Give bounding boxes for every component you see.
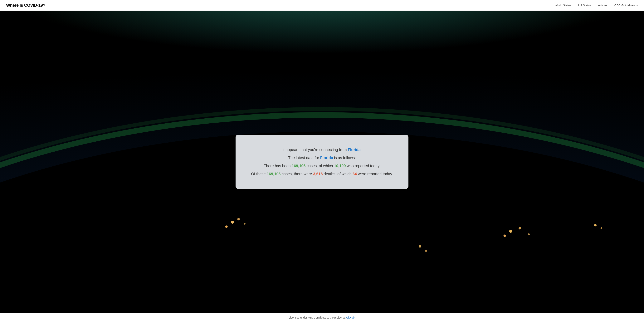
site-header: Where is COVID-19? World Status US Statu… [0, 0, 644, 11]
nav-articles[interactable]: Articles [598, 4, 608, 7]
state-name-2: Florida [320, 156, 333, 160]
card-line-2: The latest data for Florida is as follow… [251, 154, 393, 161]
svg-point-20 [225, 225, 228, 228]
total-deaths: 3,618 [313, 172, 322, 176]
info-card: It appears that you're connecting from F… [236, 135, 408, 189]
svg-point-23 [528, 233, 530, 235]
svg-point-21 [509, 230, 512, 233]
card-line3-prefix: There has been [264, 164, 292, 168]
svg-point-17 [231, 221, 234, 224]
svg-point-22 [518, 227, 521, 229]
card-line4-middle: cases, there were [281, 172, 313, 176]
total-cases-2: 169,106 [267, 172, 280, 176]
svg-point-19 [244, 223, 245, 224]
github-link[interactable]: GitHub [346, 316, 355, 319]
card-line-1: It appears that you're connecting from F… [251, 146, 393, 153]
svg-point-27 [419, 245, 421, 248]
state-name-1: Florida [348, 148, 360, 152]
site-title: Where is COVID-19? [6, 3, 45, 8]
card-line-3: There has been 169,106 cases, of which 1… [251, 162, 393, 169]
card-line2-prefix: The latest data for [288, 156, 320, 160]
svg-point-28 [425, 250, 427, 252]
card-line4-suffix: were reported today. [357, 172, 393, 176]
card-line1-suffix: . [360, 148, 362, 152]
footer-prefix: Licensed under MIT. Contribute to the pr… [289, 316, 346, 319]
card-line3-suffix: was reported today. [346, 164, 380, 168]
card-line2-suffix: is as follows: [333, 156, 356, 160]
site-footer: Licensed under MIT. Contribute to the pr… [0, 313, 644, 322]
main-nav: World Status US Status Articles CDC Guid… [555, 4, 638, 7]
today-cases: 10,109 [334, 164, 346, 168]
svg-point-25 [594, 224, 597, 226]
card-line-4: Of these 169,106 cases, there were 3,618… [251, 170, 393, 177]
nav-world-status[interactable]: World Status [555, 4, 572, 7]
footer-suffix: . [354, 316, 355, 319]
svg-point-24 [503, 234, 506, 237]
card-line4-middle2: deaths, of which [323, 172, 353, 176]
nav-us-status[interactable]: US Status [578, 4, 591, 7]
today-deaths: 64 [352, 172, 357, 176]
footer-text: Licensed under MIT. Contribute to the pr… [289, 316, 355, 319]
svg-point-18 [237, 218, 240, 220]
total-cases: 169,106 [292, 164, 306, 168]
card-line4-prefix: Of these [251, 172, 267, 176]
nav-cdc-guidelines[interactable]: CDC Guidelines [614, 4, 638, 7]
card-line1-prefix: It appears that you're connecting from [282, 148, 348, 152]
hero-section: It appears that you're connecting from F… [0, 11, 644, 313]
svg-point-26 [600, 227, 602, 229]
card-line3-middle: cases, of which [306, 164, 334, 168]
